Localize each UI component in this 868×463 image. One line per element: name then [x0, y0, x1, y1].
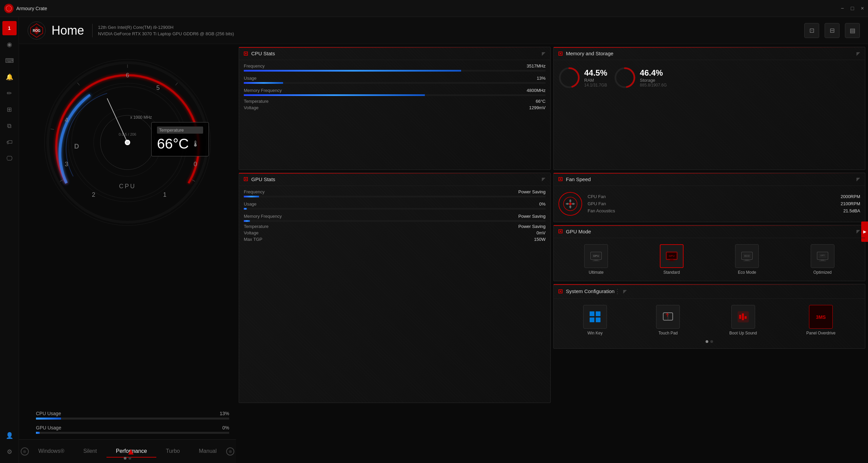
edit-icon: ✏ — [7, 90, 12, 97]
sys-config-grid: Win Key — [558, 302, 860, 338]
temperature-badge: Temperature 66°C 🌡 — [151, 122, 209, 156]
sidebar-item-settings[interactable]: ⚙ — [2, 445, 17, 459]
ram-detail: 14.1/31.7GB — [584, 83, 607, 88]
svg-rect-40 — [593, 261, 599, 261]
sidebar-item-user[interactable]: 👤 — [2, 428, 17, 443]
keyboard-icon: ⌨ — [5, 57, 14, 64]
perf-target-right: ◎ — [226, 447, 234, 456]
sidebar-item-grid[interactable]: ⊞ — [2, 102, 17, 117]
gpu-mode-panel: GPU Mode ◤ — [553, 225, 865, 281]
cpu-memfreq-row: Memory Frequency 4800MHz — [244, 88, 546, 93]
gpu-voltage-value: 0mV — [536, 230, 546, 235]
sys-config-nav-dots — [558, 338, 860, 345]
win-key-item[interactable]: Win Key — [583, 305, 607, 335]
cpu-usage-stat-label: Usage — [244, 76, 257, 81]
svg-rect-65 — [739, 315, 741, 319]
minimize-button[interactable]: − — [841, 5, 844, 12]
svg-text:x 1000 MHz: x 1000 MHz — [130, 115, 152, 120]
gpu-freq-label: Frequency — [244, 189, 264, 194]
fan-grid: CPU Fan 2000RPM GPU Fan 2100RPM Fan Acou… — [558, 189, 860, 218]
sidebar-item-1[interactable]: 1 — [2, 21, 17, 35]
ram-gauge — [558, 67, 580, 89]
svg-point-36 — [569, 202, 572, 205]
cpu-memfreq-bar — [244, 94, 546, 96]
fan-speed-header: Fan Speed ◤ — [554, 173, 865, 186]
gpu-mode-eco[interactable]: ECO Eco Mode — [735, 244, 759, 275]
svg-rect-50 — [744, 261, 750, 261]
gpu-freq-row: Frequency Power Saving — [244, 189, 546, 194]
maximize-button[interactable]: □ — [851, 5, 854, 12]
gpu-usage-bar — [36, 432, 229, 434]
panel-overdrive-item[interactable]: 3MS Panel Overdrive — [806, 305, 835, 335]
gpu-memfreq-label: Memory Frequency — [244, 214, 282, 219]
gpu-maxtgp-label: Max TGP — [244, 237, 262, 242]
boot-sound-item[interactable]: Boot Up Sound — [729, 305, 757, 335]
sys-config-more-button[interactable]: ⋮ — [614, 288, 620, 295]
tab-windows[interactable]: Windows® — [29, 445, 74, 458]
sidebar-item-edit[interactable]: ✏ — [2, 86, 17, 100]
gpu-usage-stat-label: Usage — [244, 201, 257, 207]
sidebar: 1 ◉ ⌨ 🔔 ✏ ⊞ ⧉ 🏷 🖵 👤 ⚙ — [0, 17, 19, 463]
fan-speed-body: CPU Fan 2000RPM GPU Fan 2100RPM Fan Acou… — [554, 186, 865, 222]
gpu-stats-panel: GPU Stats ◤ Frequency Power Saving Usage… — [239, 173, 551, 403]
layout-icon-1: ⊡ — [809, 27, 814, 34]
gpu-mode-header-icon — [558, 229, 563, 233]
gpu-mode-standard[interactable]: GPU Standard — [660, 244, 684, 275]
gpu-mode-optimized[interactable]: OPT Optimized — [811, 244, 834, 275]
win-key-label: Win Key — [587, 331, 603, 335]
settings-icon: ⚙ — [7, 448, 12, 456]
cpu-usage-value: 13% — [220, 411, 229, 416]
gpu-stats-body: Frequency Power Saving Usage 0% Memory — [239, 186, 550, 247]
fan-acoustics-value: 21.5dBA — [843, 208, 860, 213]
layout-button-3[interactable]: ▤ — [845, 23, 860, 38]
system-config-header: System Configuration ⋮ ◤ — [554, 284, 865, 299]
gpu-mode-ultimate[interactable]: GPU Ultimate — [584, 244, 608, 275]
svg-text:3MS: 3MS — [816, 314, 826, 320]
cpu-usage-bar-fill — [36, 418, 61, 420]
app-title: Armoury Crate — [16, 6, 47, 11]
sidebar-item-tag[interactable]: 🏷 — [2, 135, 17, 149]
gpu-usage-stat-row: Usage 0% — [244, 201, 546, 207]
eco-label: Eco Mode — [738, 270, 756, 275]
cpu-fan-row: CPU Fan 2000RPM — [588, 194, 860, 199]
layout-button-2[interactable]: ⊟ — [825, 23, 840, 38]
gpu-fan-row: GPU Fan 2100RPM — [588, 201, 860, 206]
sidebar-item-monitor[interactable]: 🖵 — [2, 151, 17, 166]
svg-line-8 — [77, 83, 79, 85]
memory-corner: ◤ — [856, 51, 860, 56]
layout-button-1[interactable]: ⊡ — [804, 23, 819, 38]
tab-turbo[interactable]: Turbo — [156, 445, 189, 458]
sidebar-item-keyboard[interactable]: ⌨ — [2, 54, 17, 68]
touch-pad-item[interactable]: Touch Pad — [656, 305, 680, 335]
close-button[interactable]: × — [861, 5, 864, 12]
temp-value: 66°C — [157, 136, 189, 152]
sidebar-item-filter[interactable]: ⧉ — [2, 119, 17, 133]
cpu-gauge: 6 5 4 3 2 1 0 x 1000 MHz 0.0.5 / 206 D C… — [39, 54, 216, 231]
sidebar-item-notification[interactable]: 🔔 — [2, 70, 17, 84]
grid-icon: ⊞ — [7, 106, 12, 113]
sys-config-header-icon — [558, 289, 563, 293]
cpu-stats-title: CPU Stats — [251, 51, 275, 56]
win-key-icon — [583, 305, 607, 329]
svg-text:4: 4 — [65, 117, 68, 123]
gpu-fan-value: 2100RPM — [841, 201, 860, 206]
tab-silent[interactable]: Silent — [74, 445, 106, 458]
tab-manual[interactable]: Manual — [190, 445, 226, 458]
memory-header-icon — [558, 52, 563, 56]
gpu-stats-title: GPU Stats — [251, 176, 275, 182]
svg-rect-67 — [745, 316, 747, 319]
sidebar-item-circle[interactable]: ◉ — [2, 37, 17, 52]
gpu-info: NVIDIA GeForce RTX 3070 Ti Laptop GPU GD… — [98, 31, 234, 36]
page-dot-1 — [124, 457, 126, 460]
gpu-stats-header-icon — [244, 177, 248, 181]
svg-rect-55 — [819, 261, 826, 261]
eco-icon: ECO — [735, 244, 759, 268]
sys-config-corner: ◤ — [623, 289, 627, 294]
system-config-body: Win Key — [554, 299, 865, 348]
cpu-usage-stat-bar — [244, 82, 546, 84]
cpu-temp-label: Temperature — [244, 99, 269, 104]
ram-info: 44.5% RAM 14.1/31.7GB — [584, 68, 607, 88]
gpu-freq-bar-fill — [244, 196, 259, 197]
touch-pad-icon — [656, 305, 680, 329]
svg-text:ECO: ECO — [745, 255, 750, 257]
